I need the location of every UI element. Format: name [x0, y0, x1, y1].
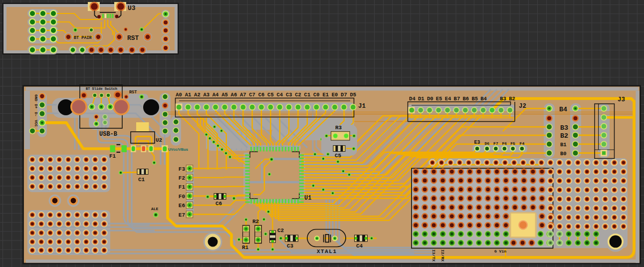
svg-text:E6: E6 [179, 203, 185, 209]
svg-text:C6: C6 [258, 92, 265, 98]
svg-text:B7: B7 [454, 96, 460, 102]
svg-text:C3: C3 [287, 243, 294, 249]
svg-text:D4: D4 [409, 96, 416, 102]
svg-text:BT PAIR: BT PAIR [74, 35, 92, 40]
svg-text:C0: C0 [313, 92, 320, 98]
svg-text:D0: D0 [427, 96, 433, 102]
svg-text:E3: E3 [474, 140, 480, 145]
svg-text:B4: B4 [559, 106, 567, 113]
svg-text:R3: R3 [335, 125, 342, 131]
svg-text:D7: D7 [341, 92, 347, 98]
svg-text:F1: F1 [179, 184, 186, 190]
svg-text:RST: RST [129, 90, 137, 95]
svg-text:J2: J2 [519, 103, 526, 110]
svg-text:B6: B6 [462, 96, 469, 102]
svg-text:F2: F2 [179, 175, 185, 181]
svg-text:BT Slide Switch: BT Slide Switch [86, 87, 117, 91]
svg-text:E5: E5 [436, 96, 442, 102]
svg-text:F6: F6 [502, 141, 507, 146]
svg-text:J1: J1 [358, 103, 366, 110]
svg-text:B0: B0 [560, 151, 567, 157]
svg-text:B4: B4 [480, 96, 487, 102]
svg-text:A0: A0 [176, 92, 182, 98]
svg-text:D6: D6 [484, 141, 489, 146]
svg-text:C5: C5 [335, 153, 342, 159]
svg-text:F7: F7 [493, 141, 498, 146]
svg-text:R1: R1 [242, 245, 249, 251]
svg-text:F0: F0 [179, 194, 185, 200]
svg-text:U2: U2 [156, 137, 162, 143]
svg-text:GND: GND [34, 94, 38, 101]
svg-text:A4: A4 [213, 92, 219, 98]
svg-text:G Vin: G Vin [494, 249, 506, 254]
svg-text:UVcc/VBus: UVcc/VBus [168, 147, 188, 152]
svg-text:A1: A1 [185, 92, 192, 98]
svg-text:I2/RX: I2/RX [440, 250, 445, 262]
svg-text:J3: J3 [618, 96, 625, 103]
svg-text:USB-B: USB-B [99, 131, 117, 138]
svg-text:U3: U3 [128, 4, 136, 12]
svg-text:E4: E4 [445, 96, 451, 102]
svg-text:XTAL1: XTAL1 [317, 249, 337, 255]
svg-text:B1: B1 [560, 142, 567, 148]
svg-text:C4: C4 [356, 243, 363, 249]
svg-text:F5: F5 [510, 141, 515, 146]
svg-text:C3: C3 [286, 92, 292, 98]
svg-text:A6: A6 [231, 92, 237, 98]
svg-text:R2: R2 [252, 219, 259, 225]
svg-text:C2: C2 [277, 228, 284, 234]
svg-text:B3: B3 [500, 96, 506, 102]
svg-text:C2: C2 [295, 92, 301, 98]
svg-text:C4: C4 [276, 92, 283, 98]
svg-text:D1: D1 [418, 96, 425, 102]
svg-text:B3: B3 [560, 124, 568, 132]
svg-text:D+: D+ [34, 104, 38, 109]
svg-text:A3: A3 [203, 92, 210, 98]
svg-text:C1: C1 [138, 177, 145, 183]
svg-text:A5: A5 [221, 92, 228, 98]
svg-text:B5: B5 [471, 96, 478, 102]
svg-text:RST: RST [127, 34, 139, 42]
svg-text:E7: E7 [179, 212, 185, 218]
svg-text:I3/TX: I3/TX [431, 250, 436, 262]
svg-text:A2: A2 [194, 92, 201, 98]
svg-text:ALE: ALE [151, 207, 159, 211]
svg-text:F4: F4 [520, 141, 525, 146]
svg-text:B2: B2 [509, 96, 515, 102]
svg-text:D5: D5 [350, 92, 356, 98]
svg-text:C5: C5 [267, 92, 274, 98]
svg-text:A7: A7 [240, 92, 246, 98]
svg-text:U1: U1 [304, 195, 311, 202]
svg-text:B2: B2 [560, 132, 568, 140]
svg-text:E1: E1 [322, 92, 329, 98]
svg-text:D-: D- [34, 112, 38, 116]
svg-text:C7: C7 [249, 92, 255, 98]
svg-text:C1: C1 [304, 92, 311, 98]
svg-text:VCC: VCC [34, 120, 38, 127]
svg-text:F1: F1 [109, 153, 116, 159]
svg-text:C6: C6 [215, 201, 222, 207]
svg-text:E0: E0 [332, 92, 338, 98]
svg-text:F3: F3 [179, 166, 186, 172]
